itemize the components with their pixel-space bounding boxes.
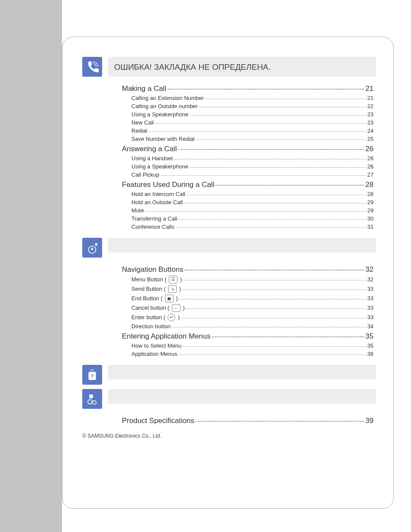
toc-item[interactable]: Send Button ( )33 [131,285,374,293]
toc-item[interactable]: Using a Speakerphone26 [131,163,374,170]
toc-item[interactable]: New Call23 [131,119,374,126]
toc-page: 23 [367,111,374,118]
leader-dots [205,99,366,99]
section-header [80,389,376,409]
leader-dots [187,195,366,195]
leader-dots [172,327,366,327]
toc-item[interactable]: Enter button ( )33 [131,314,374,321]
svg-text:?: ? [90,373,93,380]
compass-icon [82,238,102,258]
toc-page: 32 [367,276,374,283]
toc-item[interactable]: Application Menus36 [131,351,374,357]
cancel-key-icon [172,304,181,312]
leader-dots [174,159,366,159]
toc-page: 26 [367,163,374,170]
toc-label: How to Select Menu [131,342,181,349]
leader-dots [182,289,366,290]
leader-dots [179,299,366,299]
toc-item[interactable]: Using a Speakerphone23 [131,111,374,118]
toc-page: 36 [367,351,374,357]
svg-point-6 [88,400,92,404]
toc-item[interactable]: Calling an Outside number22 [131,103,374,109]
toc-heading[interactable]: Entering Application Menus35 [122,332,374,341]
toc-label: Calling an Extension Number [131,95,204,101]
leader-dots [176,227,366,228]
toc-label: Transferring a Call [131,215,177,222]
toc-heading[interactable]: Answering a Call26 [122,145,374,153]
phone-icon [82,57,102,77]
leader-dots [196,421,364,422]
toc-page: 28 [367,191,374,197]
toc-page: 26 [365,145,374,153]
toc-label: Mute [131,207,144,214]
toc-label: Calling an Outside number [131,103,198,109]
toc-label: Using a Handset [131,155,173,162]
copyright: © SAMSUNG Electronics Co., Ltd. [82,433,376,439]
leader-dots [185,270,364,271]
leader-dots [215,185,364,186]
toc-label: Send Button ( ) [131,285,181,293]
svg-point-7 [93,401,97,404]
leader-dots [178,355,366,355]
leader-dots [212,336,364,337]
svg-text:!?: !? [90,368,94,372]
toc-item[interactable]: Transferring a Call30 [131,215,374,222]
page: Enterprise IP Solutions OfficeServ ОШИБК… [0,0,411,532]
left-sidebar [0,0,62,532]
leader-dots [196,140,366,140]
toc-label: Conference Calls [131,224,174,230]
leader-dots [181,318,366,318]
leader-dots [178,149,364,150]
toc-item[interactable]: Conference Calls31 [131,224,374,230]
toc-heading[interactable]: Making a Call21 [122,84,374,93]
leader-dots [145,211,366,212]
toc-item[interactable]: Redial24 [131,128,374,134]
enter-key-icon [168,314,175,321]
toc-item[interactable]: Cancel button ( )33 [131,304,374,312]
toc-page: 28 [365,180,374,189]
leader-dots [190,167,366,168]
toc-heading[interactable]: Navigation Buttons32 [122,265,374,274]
section-header: ?!? [80,365,376,385]
leader-dots [183,346,366,347]
toc-label: Direction button [131,323,171,330]
toc-item[interactable]: Direction button34 [131,323,374,330]
toc-item[interactable]: How to Select Menu35 [131,342,374,349]
toc-block: Product Specifications39 [122,417,374,425]
toc-heading[interactable]: Product Specifications39 [122,417,374,425]
toc-label: New Call [131,119,154,126]
toc-item[interactable]: Calling an Extension Number21 [131,95,374,101]
section-header: ОШИБКА! ЗАКЛАДКА НЕ ОПРЕДЕЛЕНА. [80,57,376,77]
help-icon: ?!? [82,365,102,385]
section-header [80,238,376,258]
svg-marker-1 [91,247,94,250]
spec-icon [82,389,102,409]
toc-item[interactable]: Call Pickup27 [131,171,374,178]
toc-item[interactable]: Hold an Outside Call29 [131,199,374,205]
toc-label: End Button ( ) [131,295,178,302]
toc-page: 33 [367,295,374,302]
content-frame: ОШИБКА! ЗАКЛАДКА НЕ ОПРЕДЕЛЕНА.Making a … [62,37,394,509]
leader-dots [183,280,366,280]
toc-item[interactable]: Save Number with Redial25 [131,136,374,142]
toc-item[interactable]: End Button ( )33 [131,295,374,302]
toc-label: Making a Call [122,84,166,93]
toc-label: Product Specifications [122,417,194,425]
leader-dots [168,89,364,90]
leader-dots [190,115,366,115]
section-title [108,238,376,252]
toc-page: 33 [367,286,374,292]
toc-heading[interactable]: Features Used During a Call28 [122,180,374,189]
leader-dots [149,131,366,132]
toc-item[interactable]: Menu Button ( )32 [131,276,374,283]
end-key-icon [165,295,174,302]
toc-item[interactable]: Mute29 [131,207,374,214]
section-title [108,389,376,404]
toc-item[interactable]: Using a Handset26 [131,155,374,162]
toc-page: 21 [367,95,374,101]
toc-label: Navigation Buttons [122,265,184,274]
toc-label: Application Menus [131,351,177,357]
toc-page: 21 [365,84,374,93]
toc-item[interactable]: Hold an Intercom Call28 [131,191,374,197]
toc-page: 25 [367,136,374,142]
